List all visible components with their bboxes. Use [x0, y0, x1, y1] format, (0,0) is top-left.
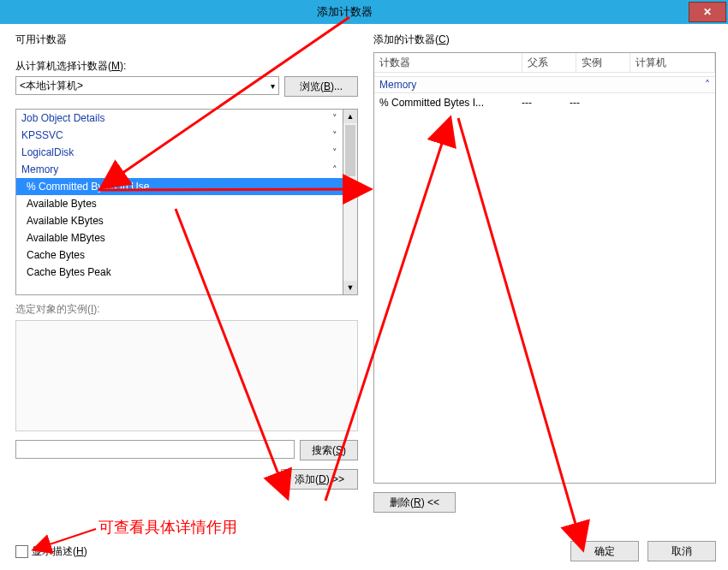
ok-button[interactable]: 确定 — [570, 541, 639, 561]
category-item[interactable]: LogicalDisk — [16, 144, 343, 161]
added-counters-label: 添加的计数器(C) — [373, 33, 716, 47]
header-counter[interactable]: 计数器 — [374, 53, 522, 72]
titlebar: 添加计数器 ✕ — [0, 0, 728, 24]
added-group-header[interactable]: Memory — [374, 76, 715, 93]
counter-item[interactable]: Cache Bytes — [16, 246, 343, 264]
annotation-text: 可查看具体详情作用 — [98, 517, 237, 537]
remove-button[interactable]: 删除(R) << — [373, 492, 456, 513]
browse-button[interactable]: 浏览(B)... — [284, 76, 358, 97]
available-counters-label: 可用计数器 — [15, 33, 358, 47]
checkbox-icon — [15, 545, 28, 558]
added-counters-list[interactable]: 计数器 父系 实例 计算机 Memory % Committed Bytes I… — [373, 52, 716, 484]
added-counters-body: Memory % Committed Bytes I...------ — [374, 73, 715, 483]
header-computer[interactable]: 计算机 — [630, 53, 715, 72]
dialog-body: 可用计数器 从计算机选择计数器(M): <本地计算机> ▾ 浏览(B)... J… — [0, 24, 728, 570]
scroll-up-icon[interactable]: ▲ — [343, 110, 357, 123]
close-button[interactable]: ✕ — [689, 2, 726, 22]
category-label: KPSSVC — [21, 129, 63, 141]
category-label: LogicalDisk — [21, 146, 74, 158]
counter-item[interactable]: Available KBytes — [16, 212, 343, 229]
select-from-computer-label: 从计算机选择计数器(M): — [15, 59, 358, 74]
search-input[interactable] — [15, 440, 295, 459]
category-label: Job Object Details — [21, 112, 104, 124]
counter-item[interactable]: Cache Bytes Peak — [16, 264, 343, 281]
computer-select-row: <本地计算机> ▾ 浏览(B)... — [15, 76, 358, 97]
table-row[interactable]: % Committed Bytes I...------ — [374, 93, 715, 112]
close-icon: ✕ — [703, 6, 712, 18]
scroll-down-icon[interactable]: ▼ — [343, 281, 357, 294]
chevron-down-icon — [332, 130, 337, 141]
counter-item[interactable]: Available MBytes — [16, 229, 343, 246]
add-button[interactable]: 添加(D) >> — [281, 469, 358, 490]
category-item[interactable]: Memory — [16, 161, 343, 178]
cell-instance: --- — [564, 97, 612, 109]
added-counters-header: 计数器 父系 实例 计算机 — [374, 53, 715, 73]
counter-categories-listbox: Job Object DetailsKPSSVCLogicalDiskMemor… — [15, 109, 358, 295]
header-parent[interactable]: 父系 — [522, 53, 576, 72]
search-button[interactable]: 搜索(S) — [300, 440, 358, 460]
counter-categories-list[interactable]: Job Object DetailsKPSSVCLogicalDiskMemor… — [15, 109, 343, 295]
show-description-checkbox[interactable]: 显示描述(H) — [15, 544, 87, 559]
counter-item[interactable]: Available Bytes — [16, 195, 343, 212]
category-label: Memory — [21, 163, 58, 175]
category-item[interactable]: KPSSVC — [16, 127, 343, 144]
titlebar-title: 添加计数器 — [0, 4, 689, 20]
computer-select-value: <本地计算机> — [20, 79, 83, 93]
available-counters-panel: 可用计数器 从计算机选择计数器(M): <本地计算机> ▾ 浏览(B)... J… — [15, 33, 358, 561]
cell-parent: --- — [516, 97, 564, 109]
chevron-up-icon — [332, 164, 337, 175]
dialog-footer: 显示描述(H) 确定 取消 — [15, 541, 716, 561]
instances-label: 选定对象的实例(I): — [15, 302, 358, 317]
cell-counter: % Committed Bytes I... — [379, 97, 516, 109]
chevron-down-icon — [332, 113, 337, 124]
instances-listbox[interactable] — [15, 320, 358, 431]
counter-item[interactable]: % Committed Bytes In Use — [16, 178, 343, 195]
scroll-thumb[interactable] — [345, 125, 355, 176]
chevron-up-icon — [705, 79, 710, 91]
added-group-name: Memory — [379, 79, 416, 91]
chevron-down-icon: ▾ — [271, 81, 275, 91]
cancel-button[interactable]: 取消 — [647, 541, 716, 561]
header-instance[interactable]: 实例 — [576, 53, 630, 72]
added-counters-panel: 添加的计数器(C) 计数器 父系 实例 计算机 Memory % Committ… — [373, 33, 716, 561]
category-item[interactable]: Job Object Details — [16, 110, 343, 127]
computer-select[interactable]: <本地计算机> ▾ — [15, 76, 279, 95]
chevron-down-icon — [332, 147, 337, 158]
show-description-label: 显示描述(H) — [32, 544, 87, 559]
counters-scrollbar[interactable]: ▲ ▼ — [343, 109, 358, 295]
